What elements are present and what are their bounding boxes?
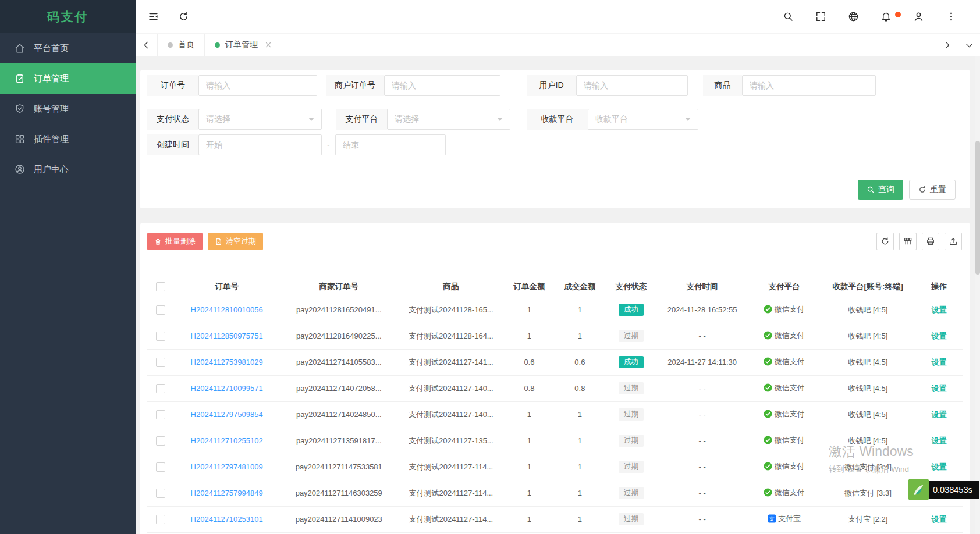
order-no-link[interactable]: H2024112710253101 [191,515,263,524]
column-header: 支付状态 [605,277,657,297]
sidebar-item-label: 账号管理 [34,104,69,115]
order-no-link[interactable]: H2024112850975751 [191,332,263,340]
row-checkbox[interactable] [156,332,165,341]
tab-order-management[interactable]: 订单管理 [205,34,282,56]
order-no-link[interactable]: H2024112797509854 [191,410,263,419]
wechat-pay-icon [764,462,772,471]
order-amount-cell: 1 [504,323,555,349]
create-time-start-input[interactable] [198,134,322,155]
sidebar-item-label: 平台首页 [34,43,69,54]
column-header: 订单金额 [504,277,555,297]
svg-text:支: 支 [769,517,775,522]
row-checkbox[interactable] [156,410,165,419]
tab-status-dot [215,42,220,48]
merchant-order-no-cell: pay202411271141009023 [280,506,398,532]
row-checkbox[interactable] [156,384,165,393]
sidebar-item-plugin-management[interactable]: 插件管理 [0,124,136,154]
row-settings-link[interactable]: 设置 [932,358,947,366]
filter-actions: 查询 重置 [147,180,963,200]
row-checkbox[interactable] [156,305,165,315]
pay-status-cell: 过期 [605,480,657,506]
table-row: H2024112797509854pay2024112714024850...支… [147,401,963,428]
row-checkbox[interactable] [156,515,165,524]
receiver-cell: 微信支付 [3:4] [821,454,915,480]
vertical-scrollbar[interactable] [975,56,980,534]
tabs-menu-button[interactable] [958,34,980,56]
reset-button-label: 重置 [930,184,946,195]
search-icon[interactable] [783,11,794,22]
pay-platform-select[interactable]: 请选择 [387,109,510,130]
fullscreen-icon[interactable] [815,11,826,22]
column-header: 订单号 [174,277,280,297]
row-checkbox[interactable] [156,462,165,472]
order-no-link[interactable]: H2024112710099571 [191,384,263,393]
wechat-pay-icon [764,383,772,392]
globe-icon[interactable] [848,11,859,22]
tab-close-icon[interactable] [265,41,272,48]
tab-home[interactable]: 首页 [158,34,205,56]
product-cell: 支付测试20241127-141... [398,349,504,375]
row-checkbox[interactable] [156,436,165,446]
merchant-order-no-input[interactable] [384,75,500,96]
paid-amount-cell: 1 [555,323,605,349]
sidebar-item-user-center[interactable]: 用户中心 [0,154,136,184]
select-all-checkbox[interactable] [156,282,165,291]
sidebar-item-account-management[interactable]: 账号管理 [0,94,136,124]
row-select-cell [147,401,174,428]
platform-tag: 微信支付 [764,357,804,367]
user-id-input[interactable] [576,75,688,96]
pay-platform-cell: 微信支付 [747,297,821,323]
create-time-end-input[interactable] [335,134,446,155]
grid-icon [15,134,25,144]
table-print-button[interactable] [922,233,939,250]
trash-icon [154,238,162,245]
more-vertical-icon[interactable] [946,11,957,22]
pay-time-cell: - - [657,506,747,532]
row-settings-link[interactable]: 设置 [932,384,947,393]
platform-tag: 微信支付 [764,487,804,498]
filter-pay-platform: 支付平台 请选择 [336,109,510,130]
row-settings-link[interactable]: 设置 [932,436,947,445]
order-no-link[interactable]: H2024112757994849 [191,489,263,497]
row-settings-link[interactable]: 设置 [932,305,947,314]
pay-status-select[interactable]: 请选择 [198,109,322,130]
tabs-scroll-right-button[interactable] [936,34,958,56]
row-settings-link[interactable]: 设置 [932,515,947,524]
order-no-cell: H2024112850975751 [174,323,280,349]
row-checkbox[interactable] [156,358,165,367]
order-no-link[interactable]: H2024112753981029 [191,358,263,366]
reset-button[interactable]: 重置 [909,180,956,200]
clear-expired-button[interactable]: 清空过期 [208,233,263,250]
table-columns-button[interactable] [899,233,917,250]
order-no-link[interactable]: H2024112810010056 [191,305,263,314]
row-select-cell [147,428,174,454]
refresh-icon[interactable] [178,11,189,22]
filter-order-no: 订单号 [147,75,317,96]
product-input[interactable] [742,75,876,96]
scrollbar-thumb[interactable] [975,141,980,275]
receive-platform-select[interactable]: 收款平台 [588,109,698,130]
search-button[interactable]: 查询 [858,180,903,200]
order-no-link[interactable]: H2024112797481009 [191,462,263,471]
sidebar-item-order-management[interactable]: 订单管理 [0,63,136,94]
collapse-sidebar-icon[interactable] [148,11,159,22]
row-checkbox[interactable] [156,489,165,498]
order-no-input[interactable] [198,75,317,96]
product-cell: 支付测试20241128-164... [398,323,504,349]
table-export-button[interactable] [945,233,962,250]
tabs-scroll-left-button[interactable] [136,34,158,56]
column-header: 操作 [915,277,963,297]
batch-delete-button[interactable]: 批量删除 [147,233,203,250]
order-no-cell: H2024112757994849 [174,480,280,506]
sidebar-item-platform-home[interactable]: 平台首页 [0,33,136,63]
table-refresh-button[interactable] [876,233,894,250]
row-settings-link[interactable]: 设置 [932,410,947,419]
row-settings-link[interactable]: 设置 [932,462,947,471]
paid-amount-cell: 1 [555,480,605,506]
user-icon[interactable] [913,11,924,22]
order-no-link[interactable]: H2024112710255102 [191,436,263,445]
wechat-pay-icon [764,410,772,418]
notifications-icon[interactable] [880,11,892,22]
row-settings-link[interactable]: 设置 [932,332,947,340]
select-placeholder: 收款平台 [595,114,628,124]
